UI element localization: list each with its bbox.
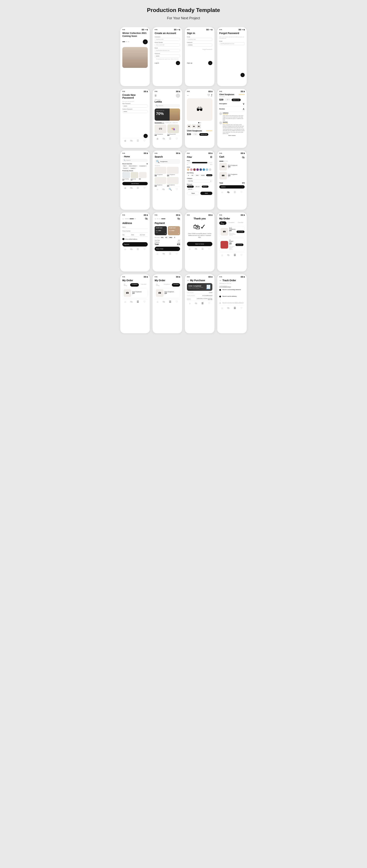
- nav-home-12[interactable]: ⌂: [221, 191, 223, 193]
- nav-bag-12[interactable]: 🛍: [227, 191, 230, 193]
- more-reviews-link[interactable]: More reviews: [219, 135, 245, 136]
- nav-list-16[interactable]: ☰: [234, 254, 236, 256]
- reviews-section[interactable]: Reviews ∧: [219, 106, 245, 112]
- cat-clothing[interactable]: Clothing 96: [165, 122, 171, 123]
- tab-cancelled-2[interactable]: Cancelled: [140, 283, 148, 287]
- qty-minus-1[interactable]: −: [193, 133, 194, 135]
- nav-list-icon[interactable]: ☰: [137, 139, 139, 142]
- cart-bag-icon[interactable]: 🛍: [242, 156, 245, 159]
- forgot-email-input[interactable]: Geoffreyliam@email.com: [219, 42, 245, 45]
- default-address-toggle[interactable]: ✓ Set as default address: [122, 238, 148, 240]
- nav-bag-icon-6[interactable]: 🛍: [163, 137, 165, 140]
- star-1[interactable]: ★: [187, 174, 190, 176]
- nav-heart-20[interactable]: ♡: [240, 307, 243, 309]
- color-pink[interactable]: [190, 168, 193, 171]
- add-to-cart-button-2[interactable]: Add to Cart: [232, 99, 241, 101]
- star-2[interactable]: ★★: [191, 174, 194, 176]
- tab-cancelled-1[interactable]: Cancelled: [236, 221, 245, 225]
- welcome-search[interactable]: 🔍 Search: [154, 104, 180, 107]
- heart-icon-7[interactable]: ♡: [207, 94, 210, 97]
- star-5[interactable]: ★★★★★: [206, 174, 213, 176]
- color-white[interactable]: [209, 168, 211, 171]
- tab-completed-3[interactable]: Completed: [163, 283, 171, 287]
- thumb-1[interactable]: 🕶: [187, 124, 191, 128]
- tab-ongoing-1[interactable]: On Going: [219, 221, 226, 225]
- nav-home-14[interactable]: ⌂: [157, 252, 158, 255]
- img-dot-2[interactable]: [200, 122, 201, 123]
- result-4[interactable]: Lura Sunglasses $39: [167, 177, 179, 187]
- tab-cancelled-3[interactable]: Cancelled: [172, 283, 180, 287]
- address-button[interactable]: Address →: [219, 185, 245, 189]
- login-arrow-button[interactable]: →: [176, 61, 180, 65]
- back-home-button[interactable]: Back to Home: [187, 242, 213, 246]
- discount-40[interactable]: 40% off ×: [194, 186, 201, 188]
- qty-plus-2[interactable]: +: [228, 99, 229, 100]
- thumb-3[interactable]: 🕶: [197, 124, 201, 128]
- nav-heart-9[interactable]: ♡: [143, 186, 146, 189]
- tab-completed-1[interactable]: Completed: [227, 221, 236, 225]
- payment-button[interactable]: Payment →: [122, 242, 148, 247]
- user-avatar[interactable]: [176, 94, 180, 98]
- product-card-1[interactable]: 🕶 Chimi Sunglasses $39: [154, 124, 166, 136]
- new-pw-input[interactable]: ••••••••: [122, 104, 148, 107]
- color-blue[interactable]: [203, 168, 205, 171]
- nav-bag-18[interactable]: 🛍: [163, 300, 165, 303]
- winter-next-button[interactable]: →: [143, 39, 148, 44]
- nav-bag-16[interactable]: 🛍: [227, 254, 230, 256]
- password-input[interactable]: ••••••••: [154, 55, 180, 58]
- discount-50[interactable]: 50% off ×: [187, 186, 194, 188]
- signup-arrow-button[interactable]: →: [208, 61, 213, 65]
- color-purple[interactable]: [196, 168, 199, 171]
- nav-home-9[interactable]: ⌂: [124, 186, 126, 189]
- phone-input[interactable]: +60 12 234 567: [154, 43, 180, 46]
- qty-plus-1[interactable]: +: [196, 133, 197, 135]
- prev-item-3[interactable]: $46: [139, 172, 147, 181]
- home-search[interactable]: 🔍 Search: [122, 159, 148, 162]
- forgot-password-link[interactable]: Forgot Password?: [202, 49, 213, 50]
- cat-accessories[interactable]: Accessories 467: [154, 122, 164, 123]
- nav-home-15[interactable]: ⌂: [189, 247, 191, 250]
- signup-button[interactable]: Sign up: [187, 62, 192, 64]
- username-input[interactable]: Geoffrey Liam: [154, 38, 180, 41]
- payment-back-arrow[interactable]: ←: [154, 218, 157, 220]
- color-light-blue[interactable]: [206, 168, 208, 171]
- nav-list-icon-6[interactable]: ☰: [169, 137, 171, 140]
- color-navy[interactable]: [199, 168, 202, 171]
- search-bar-2[interactable]: 🔍 Sunglasses: [154, 159, 180, 164]
- tag-skirts[interactable]: Skirts & Shorts ×: [128, 165, 138, 167]
- category-dropdown[interactable]: Crop Tops ∨: [187, 180, 213, 182]
- discount-25[interactable]: 25% off ×: [187, 188, 194, 190]
- nav-home-icon-6[interactable]: ⌂: [157, 137, 158, 140]
- card-1[interactable]: Credit Card •••• 1357 08/25 ⊕: [154, 226, 167, 235]
- discount-30[interactable]: 30% off ×: [202, 186, 208, 188]
- add-to-cart-button-1[interactable]: Add to Cart: [199, 133, 208, 136]
- back-arrow-7[interactable]: ←: [187, 94, 189, 96]
- star-4[interactable]: ★★★★: [200, 174, 205, 176]
- tag-dresses[interactable]: Dresses ×: [122, 167, 129, 169]
- nav-heart-17[interactable]: ♡: [143, 300, 146, 303]
- nav-list-18[interactable]: ☰: [169, 300, 171, 303]
- nav-bag-10[interactable]: 🛍: [162, 188, 165, 191]
- nav-list-19[interactable]: ☰: [201, 302, 204, 305]
- tab-ongoing-3[interactable]: On Going: [154, 283, 162, 287]
- qty-control-1[interactable]: − 1 +: [192, 133, 198, 135]
- nav-home-18[interactable]: ⌂: [157, 300, 158, 303]
- nav-bag-9[interactable]: 🛍: [130, 186, 133, 189]
- img-dot-1[interactable]: [198, 122, 199, 123]
- cat-shoes[interactable]: Shoes 34: [172, 122, 177, 123]
- thumb-2[interactable]: 🕶: [192, 124, 196, 128]
- nav-list-20[interactable]: ☰: [234, 307, 236, 309]
- email-input[interactable]: Geoffreyliam@email.com: [154, 49, 180, 52]
- tag-loungewear[interactable]: Loungewear ×: [139, 165, 147, 167]
- nav-home-16[interactable]: ⌂: [221, 254, 223, 256]
- share-icon-7[interactable]: ⤴: [211, 94, 213, 97]
- nav-list-9[interactable]: ☰: [137, 186, 139, 189]
- nav-heart-12[interactable]: ♡: [240, 191, 243, 193]
- nav-list-17[interactable]: ☰: [137, 300, 139, 303]
- result-2[interactable]: Veez Sunglasses $39: [167, 167, 179, 176]
- nav-list-13[interactable]: ☰: [137, 248, 139, 250]
- menu-icon[interactable]: ☰: [154, 94, 157, 97]
- nav-list-14[interactable]: ☰: [169, 252, 171, 255]
- place-order-button[interactable]: Place Order →: [154, 247, 180, 251]
- description-section[interactable]: Description ∨: [219, 101, 245, 106]
